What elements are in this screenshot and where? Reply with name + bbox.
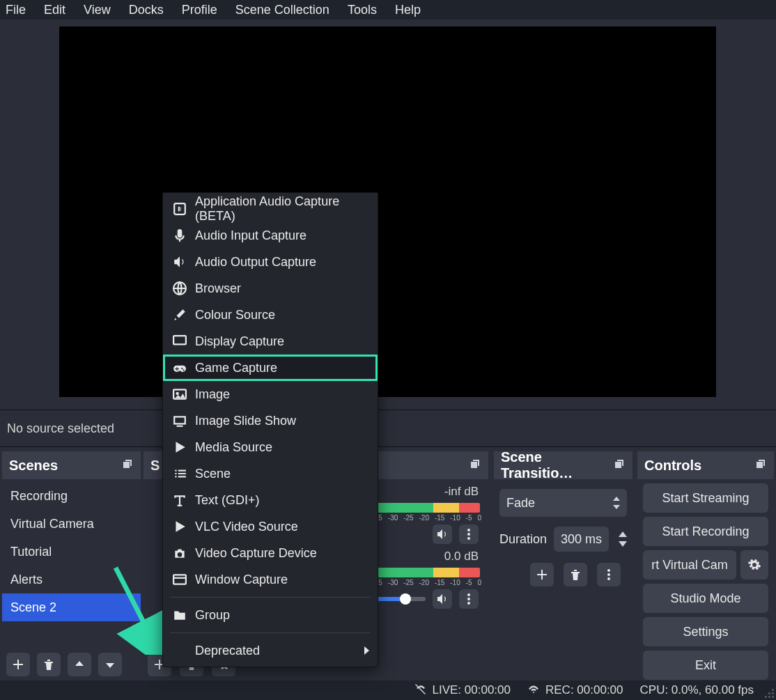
scenes-title: Scenes	[9, 458, 58, 474]
blank-icon	[173, 644, 187, 658]
ctx-item-image[interactable]: Image	[163, 381, 378, 407]
audio-mixer-dock: -inf dB -5-30-25-20-15-10-50 0.0 dB -5-3…	[376, 451, 488, 680]
duration-stepper[interactable]	[619, 531, 627, 547]
volume-slider-2[interactable]	[376, 597, 426, 601]
undock-icon[interactable]	[754, 458, 767, 474]
transitions-title: Scene Transitio…	[501, 449, 613, 481]
scene-item-alerts[interactable]: Alerts	[2, 566, 141, 593]
settings-button[interactable]: Settings	[643, 617, 768, 646]
ctx-item-colour-source[interactable]: Colour Source	[163, 302, 378, 328]
remove-scene-button[interactable]	[37, 653, 61, 676]
remove-transition-button[interactable]	[564, 563, 587, 586]
undock-icon[interactable]	[469, 458, 481, 474]
menu-tools[interactable]: Tools	[348, 3, 377, 17]
ctx-item-window-capture[interactable]: Window Capture	[163, 566, 378, 593]
scene-transitions-dock: Scene Transitio… Fade Duration 300 ms	[494, 451, 633, 680]
transition-selected: Fade	[506, 496, 535, 511]
add-transition-button[interactable]	[530, 563, 554, 586]
ctx-item-video-capture-device[interactable]: Video Capture Device	[163, 540, 378, 566]
ctx-item-deprecated[interactable]: Deprecated	[163, 637, 378, 664]
mixer-ticks: -5-30-25-20-15-10-50	[376, 579, 481, 586]
scene-item-recording[interactable]: Recording	[2, 482, 141, 510]
app-audio-icon	[173, 202, 187, 216]
ctx-item-vlc-video-source[interactable]: VLC Video Source	[163, 513, 378, 540]
ctx-item-browser[interactable]: Browser	[163, 275, 378, 302]
ctx-item-label: Image	[195, 387, 230, 402]
status-stream: LIVE: 00:00:00	[414, 683, 511, 699]
ctx-item-label: Deprecated	[195, 644, 260, 658]
ctx-item-text-gdi[interactable]: Text (GDI+)	[163, 487, 378, 513]
start-recording-button[interactable]: Start Recording	[643, 517, 768, 546]
scene-move-down-button[interactable]	[98, 653, 122, 676]
virtual-cam-settings-button[interactable]	[740, 550, 768, 580]
ctx-item-label: Colour Source	[195, 308, 275, 322]
sources-title: S	[150, 458, 160, 474]
ctx-item-application-audio-capture-beta[interactable]: Application Audio Capture (BETA)	[163, 196, 378, 222]
scene-move-up-button[interactable]	[68, 653, 91, 676]
signal-icon	[527, 683, 540, 699]
duration-input[interactable]: 300 ms	[554, 527, 609, 552]
ctx-item-label: Media Source	[195, 440, 272, 455]
folder-icon	[173, 608, 187, 622]
ctx-item-label: Audio Output Capture	[195, 255, 316, 270]
undock-icon[interactable]	[121, 458, 134, 474]
scene-item-virtual-camera[interactable]: Virtual Camera	[2, 510, 141, 538]
menu-profile[interactable]: Profile	[182, 3, 217, 17]
exit-button[interactable]: Exit	[643, 651, 768, 680]
mute-button-2[interactable]	[433, 589, 452, 609]
status-record: REC: 00:00:00	[527, 683, 623, 699]
no-source-toolbar: No source selected	[0, 410, 776, 447]
menu-help[interactable]: Help	[395, 3, 421, 17]
undock-icon[interactable]	[613, 458, 626, 474]
mixer-ticks: -5-30-25-20-15-10-50	[376, 514, 481, 522]
ctx-item-scene[interactable]: Scene	[163, 460, 378, 487]
transition-properties-button[interactable]	[597, 563, 621, 586]
gamepad-icon	[173, 361, 187, 375]
mixer-meter-2	[376, 568, 480, 577]
ctx-item-label: Game Capture	[195, 361, 277, 375]
mixer-options-2[interactable]	[459, 589, 479, 609]
mixer-options-1[interactable]	[459, 524, 479, 544]
studio-mode-button[interactable]: Studio Mode	[643, 584, 768, 613]
ctx-item-label: Browser	[195, 281, 241, 296]
transition-select[interactable]: Fade	[499, 489, 627, 517]
controls-dock: Controls Start Streaming Start Recording…	[637, 451, 774, 680]
scene-item-tutorial[interactable]: Tutorial	[2, 538, 141, 566]
add-scene-button[interactable]	[6, 653, 30, 676]
add-source-context-menu: Application Audio Capture (BETA)Audio In…	[162, 192, 378, 667]
menu-edit[interactable]: Edit	[44, 3, 65, 17]
menu-file[interactable]: File	[6, 3, 26, 17]
ctx-item-audio-input-capture[interactable]: Audio Input Capture	[163, 222, 378, 249]
scene-item-scene-2[interactable]: Scene 2	[2, 593, 141, 621]
ctx-item-group[interactable]: Group	[163, 602, 378, 628]
ctx-item-display-capture[interactable]: Display Capture	[163, 328, 378, 355]
start-streaming-button[interactable]: Start Streaming	[643, 483, 768, 513]
ctx-item-game-capture[interactable]: Game Capture	[163, 355, 378, 381]
ctx-item-audio-output-capture[interactable]: Audio Output Capture	[163, 249, 378, 275]
status-bar: LIVE: 00:00:00 REC: 00:00:00 CPU: 0.0%, …	[0, 680, 776, 700]
menu-scene-collection[interactable]: Scene Collection	[235, 3, 329, 17]
ctx-item-label: Application Audio Capture (BETA)	[195, 194, 368, 224]
ctx-item-media-source[interactable]: Media Source	[163, 434, 378, 460]
mute-button-1[interactable]	[433, 524, 452, 544]
no-source-label: No source selected	[7, 421, 114, 436]
resize-grip[interactable]	[764, 688, 774, 698]
ctx-item-label: Video Capture Device	[195, 546, 317, 561]
camera-icon	[173, 546, 187, 560]
ctx-item-image-slide-show[interactable]: Image Slide Show	[163, 407, 378, 434]
start-virtual-cam-button[interactable]: rt Virtual Cam	[643, 550, 736, 580]
speaker-out-icon	[173, 255, 187, 269]
scene-list: Recording Virtual Camera Tutorial Alerts…	[2, 479, 141, 621]
mixer-meter-1	[376, 503, 480, 513]
controls-title: Controls	[644, 458, 701, 474]
mixer-channel-1: -inf dB -5-30-25-20-15-10-50	[376, 479, 488, 544]
mic-icon	[173, 228, 187, 242]
menu-bar: File Edit View Docks Profile Scene Colle…	[0, 0, 776, 20]
preview-canvas[interactable]	[59, 26, 716, 397]
menu-docks[interactable]: Docks	[129, 3, 164, 17]
scenes-dock: Scenes Recording Virtual Camera Tutorial…	[2, 451, 141, 680]
list-icon	[173, 467, 187, 481]
monitor-icon	[173, 334, 187, 348]
mixer-channel-2: 0.0 dB -5-30-25-20-15-10-50	[376, 544, 488, 609]
menu-view[interactable]: View	[84, 3, 111, 17]
